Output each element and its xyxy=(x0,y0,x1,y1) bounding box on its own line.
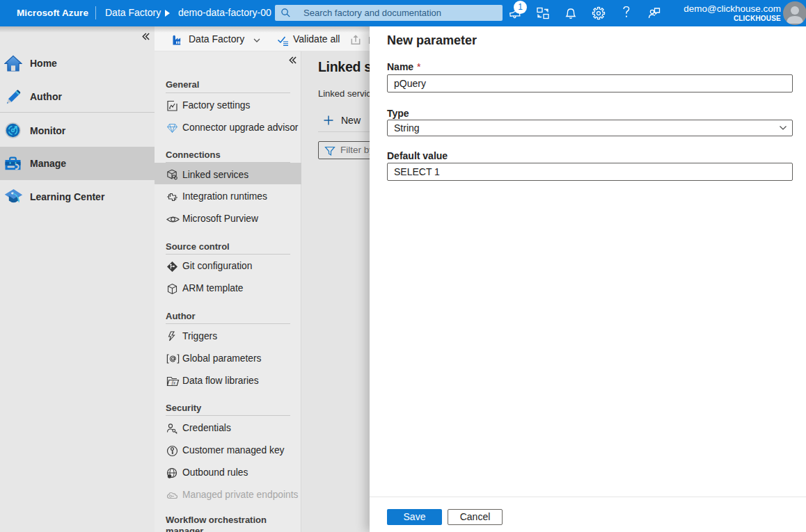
svg-text:fx: fx xyxy=(172,380,176,386)
